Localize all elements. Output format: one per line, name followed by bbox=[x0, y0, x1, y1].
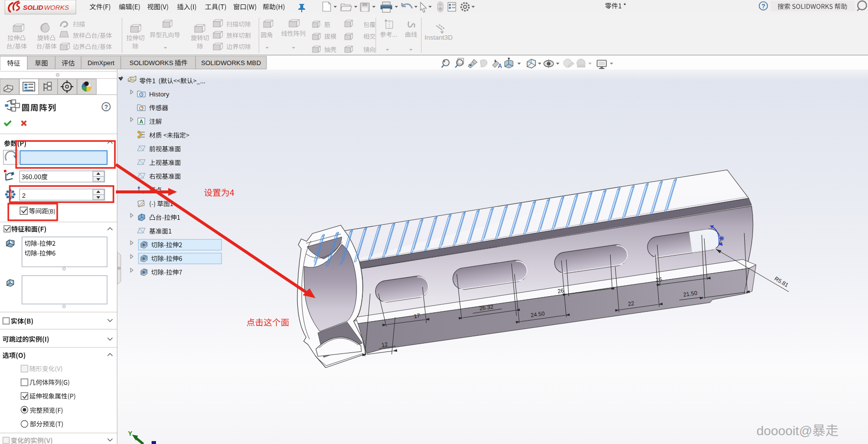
svg-text:A: A bbox=[139, 118, 143, 124]
svg-text:2: 2 bbox=[22, 192, 25, 199]
svg-text:17: 17 bbox=[413, 312, 420, 319]
svg-text:22: 22 bbox=[627, 300, 634, 307]
svg-text:DimXpert: DimXpert bbox=[88, 59, 114, 67]
svg-text:History: History bbox=[149, 91, 169, 98]
svg-text:A: A bbox=[12, 171, 15, 175]
svg-text:?: ? bbox=[104, 104, 108, 111]
svg-text:A: A bbox=[498, 63, 502, 70]
svg-text:26: 26 bbox=[655, 276, 662, 283]
svg-text:Y: Y bbox=[128, 430, 133, 437]
svg-text:SOLIDWORKS MBD: SOLIDWORKS MBD bbox=[201, 59, 261, 67]
svg-text:12: 12 bbox=[381, 341, 388, 348]
svg-text:?: ? bbox=[761, 3, 765, 10]
svg-text:Instant3D: Instant3D bbox=[424, 34, 453, 41]
svg-text:SOLIDWORKS: SOLIDWORKS bbox=[130, 59, 174, 67]
svg-text:SOLID: SOLID bbox=[23, 4, 44, 11]
svg-text:dooooit@: dooooit@ bbox=[757, 423, 812, 438]
svg-text:WORKS: WORKS bbox=[44, 4, 69, 11]
svg-text:26: 26 bbox=[557, 287, 564, 294]
